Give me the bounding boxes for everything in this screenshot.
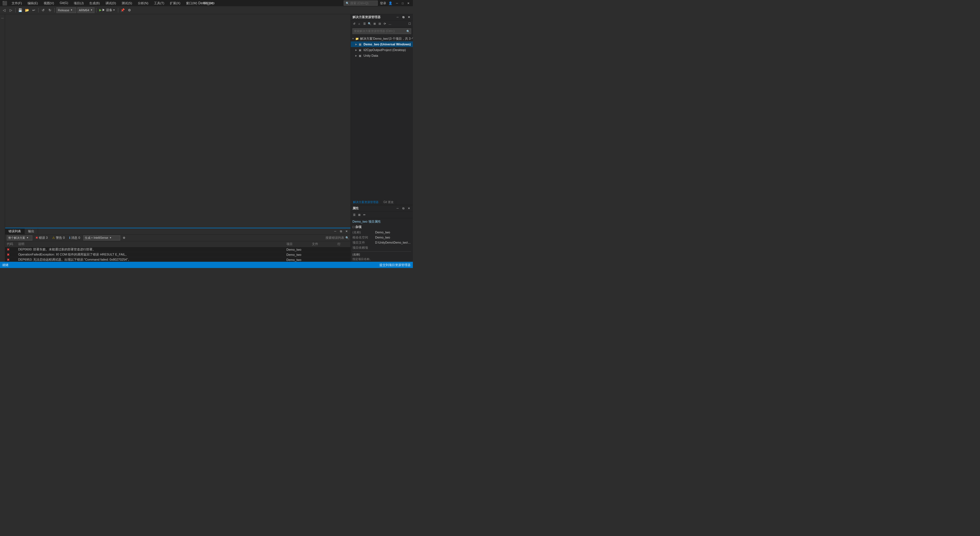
platform-dropdown[interactable]: ARM64 ▼ bbox=[77, 7, 94, 13]
error-filter-dropdown[interactable]: 整个解决方案 ▼ bbox=[7, 235, 32, 240]
error-search[interactable]: 搜索错误列表 🔍 bbox=[326, 236, 349, 240]
maximize-button[interactable]: □ bbox=[400, 1, 405, 5]
project-li2cpp[interactable]: ▶ ▣ li2CppOutputProject (Desktop) bbox=[351, 47, 413, 53]
error-panel-pin-icon[interactable]: ─ bbox=[333, 229, 337, 234]
project3-expand-icon[interactable]: ▶ bbox=[355, 54, 359, 57]
prop-toolbar-icon2[interactable]: ⊞ bbox=[357, 213, 361, 217]
toolbar: ◁ ▷ 💾 📂 ↩ ↺ ↻ Release ▼ ARM64 ▼ ▶ ▶ 设备 ▼… bbox=[0, 6, 413, 14]
error-icon-1: ✖ bbox=[7, 248, 10, 251]
solution-explorer-search[interactable]: 搜索解决方案资源管理器 (Ctrl+;) 🔍 bbox=[352, 29, 411, 34]
solution-root[interactable]: ▼ 📁 解决方案'Demo_two'(3 个项目，共 3 个) bbox=[351, 36, 413, 41]
properties-header: 属性 ─ ⧉ ✕ bbox=[351, 205, 413, 212]
project-unity-data[interactable]: ▶ ▣ Unity Data bbox=[351, 53, 413, 59]
info-count-label: 消息 0 bbox=[71, 236, 80, 240]
info-count-badge[interactable]: ℹ 消息 0 bbox=[68, 235, 81, 240]
se-expand-icon[interactable]: ⊞ bbox=[372, 22, 377, 26]
properties-title: 属性 bbox=[352, 206, 359, 210]
pin-button[interactable]: 📌 bbox=[120, 7, 126, 13]
menu-tools[interactable]: 工具(T) bbox=[153, 0, 165, 6]
menu-window[interactable]: 窗口(W) bbox=[185, 0, 199, 6]
main-layout: 解决方案资源管理器 ─ ⧉ ✕ ↺ ⌂ ☰ 🔍 ⊞ ⊟ ⟳ … ☐ 搜索解决方案… bbox=[5, 14, 413, 262]
tab-output[interactable]: 输出 bbox=[25, 228, 38, 235]
solution-explorer-toolbar: ↺ ⌂ ☰ 🔍 ⊞ ⊟ ⟳ … ☐ bbox=[351, 21, 413, 27]
toolbar-btn-4[interactable]: ↻ bbox=[47, 7, 53, 13]
play-icon: ▶ bbox=[99, 8, 102, 12]
forward-button[interactable]: ▷ bbox=[8, 7, 14, 13]
se-git-tabs: 解决方案资源管理器 Git 更改 bbox=[351, 200, 413, 205]
error-row-3[interactable]: ✖ DEP6953: 无法启动远程调试器。出现以下错误:"Command fai… bbox=[5, 257, 350, 262]
menu-file[interactable]: 文件(F) bbox=[11, 0, 23, 6]
se-settings-icon[interactable]: … bbox=[388, 22, 392, 26]
settings-button[interactable]: ⚙ bbox=[127, 7, 132, 13]
tab-error-list[interactable]: 错误列表 bbox=[5, 228, 25, 235]
error-panel-close-icon[interactable]: ✕ bbox=[344, 229, 349, 234]
project-title: Demo_two bbox=[198, 1, 215, 5]
toolbar-sep-1 bbox=[15, 8, 16, 13]
se-filter-icon[interactable]: ☰ bbox=[362, 22, 367, 26]
error-row-2[interactable]: ✖ OperationFailedException: 对 COM 组件的调用返… bbox=[5, 252, 350, 257]
se-sync-icon[interactable]: ↺ bbox=[352, 22, 356, 26]
login-icon[interactable]: 👤 bbox=[388, 2, 393, 5]
se-close-button[interactable]: ✕ bbox=[407, 15, 411, 19]
menu-test[interactable]: 测试(S) bbox=[121, 0, 133, 6]
prop-close-icon[interactable]: ✕ bbox=[407, 206, 411, 211]
se-tab-git[interactable]: Git 更改 bbox=[381, 200, 396, 205]
menu-edit[interactable]: 编辑(E) bbox=[26, 0, 39, 6]
build-filter-dropdown[interactable]: 生成 + IntelliSense ▼ bbox=[83, 235, 120, 240]
config-dropdown[interactable]: Release ▼ bbox=[56, 7, 76, 13]
play-chevron-icon: ▼ bbox=[113, 9, 115, 11]
se-search-icon[interactable]: 🔍 bbox=[367, 22, 372, 26]
prop-row-namespace: 根命名空间 Demo_two bbox=[352, 235, 411, 240]
project2-expand-icon[interactable]: ▶ bbox=[355, 49, 359, 51]
open-button[interactable]: 📂 bbox=[24, 7, 30, 13]
login-label[interactable]: 登录 bbox=[380, 1, 386, 5]
status-bar: 就绪 提交到项目资源管理器 bbox=[0, 262, 413, 268]
close-button[interactable]: ✕ bbox=[406, 1, 410, 5]
menu-extensions[interactable]: 扩展(X) bbox=[169, 0, 181, 6]
prop-hint-desc: 指定项目名称。 bbox=[352, 257, 411, 261]
menu-view[interactable]: 视图(V) bbox=[43, 0, 55, 6]
activity-pin-icon[interactable]: | bbox=[0, 15, 5, 21]
se-tab-solution[interactable]: 解决方案资源管理器 bbox=[351, 200, 381, 205]
prop-toolbar-icon1[interactable]: ☰ bbox=[352, 213, 356, 217]
error-toolbar: 整个解决方案 ▼ ✖ 错误 3 ⚠ 警告 0 ℹ 消息 0 生成 + Intel… bbox=[5, 235, 350, 241]
warning-triangle-icon: ⚠ bbox=[52, 236, 55, 240]
prop-toolbar-icon3[interactable]: ✏ bbox=[362, 213, 367, 217]
menu-project[interactable]: 项目(J) bbox=[73, 0, 85, 6]
title-bar-right: 🔍 搜索 (Ctrl+Q) 登录 👤 ─ □ ✕ bbox=[344, 0, 410, 6]
error-settings-icon[interactable]: ⚙ bbox=[122, 236, 126, 240]
solution-expand-icon[interactable]: ▼ bbox=[352, 37, 355, 40]
se-close2-icon[interactable]: ☐ bbox=[407, 22, 412, 26]
status-left: 就绪 bbox=[2, 263, 8, 267]
error-panel-float-icon[interactable]: ⧉ bbox=[339, 229, 343, 234]
back-button[interactable]: ◁ bbox=[1, 7, 7, 13]
minimize-button[interactable]: ─ bbox=[395, 1, 399, 5]
warning-count-badge[interactable]: ⚠ 警告 0 bbox=[51, 235, 66, 240]
se-refresh-icon[interactable]: ⟳ bbox=[383, 22, 387, 26]
search-bar[interactable]: 🔍 搜索 (Ctrl+Q) bbox=[344, 0, 378, 6]
se-home-icon[interactable]: ⌂ bbox=[357, 22, 361, 26]
error-count-badge[interactable]: ✖ 错误 3 bbox=[34, 235, 49, 240]
save-button[interactable]: 💾 bbox=[17, 7, 23, 13]
project-demo-two[interactable]: ▶ ▣ Demo_two (Universal Windows) bbox=[351, 41, 413, 47]
bottom-panel: 错误列表 输出 ─ ⧉ ✕ 整个解决方案 ▼ ✖ 错误 3 ⚠ 警告 0 ℹ 消… bbox=[5, 228, 350, 262]
undo-button[interactable]: ↩ bbox=[31, 7, 37, 13]
se-hide-button[interactable]: ─ bbox=[395, 15, 400, 19]
play-button[interactable]: ▶ ▶ 设备 ▼ bbox=[98, 7, 116, 13]
menu-debug[interactable]: 调试(D) bbox=[104, 0, 117, 6]
se-float-button[interactable]: ⧉ bbox=[401, 15, 406, 19]
project1-expand-icon[interactable]: ▶ bbox=[355, 43, 359, 46]
properties-header-icons: ─ ⧉ ✕ bbox=[395, 206, 411, 211]
menu-build[interactable]: 生成(B) bbox=[88, 0, 101, 6]
solution-explorer-title: 解决方案资源管理器 bbox=[352, 15, 380, 19]
toolbar-sep-5 bbox=[118, 8, 118, 13]
menu-git[interactable]: Git(G) bbox=[59, 0, 69, 6]
status-right-text: 提交到项目资源管理器 bbox=[379, 263, 410, 267]
prop-pin-icon[interactable]: ─ bbox=[395, 206, 400, 211]
error-row-1[interactable]: ✖ DEP0600: 部署失败。未能通过新的部署管道进行部署。 Demo_two bbox=[5, 247, 350, 252]
prop-float-icon[interactable]: ⧉ bbox=[401, 206, 406, 211]
se-collapse-icon[interactable]: ⊟ bbox=[377, 22, 382, 26]
col-header-line: 行 bbox=[337, 242, 349, 246]
toolbar-btn-3[interactable]: ↺ bbox=[40, 7, 46, 13]
menu-analyze[interactable]: 分析(N) bbox=[137, 0, 150, 6]
